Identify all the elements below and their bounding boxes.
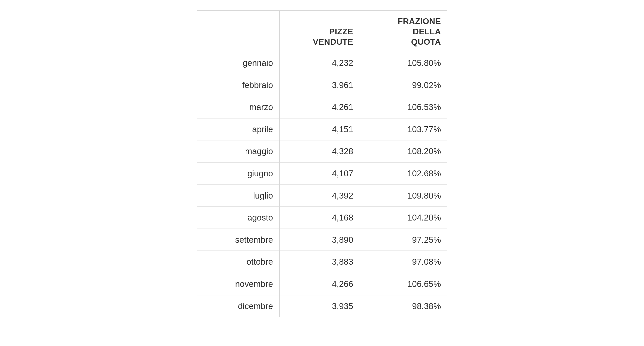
cell-fraction: 108.20% — [359, 140, 447, 162]
cell-month: gennaio — [197, 52, 279, 74]
cell-fraction: 103.77% — [359, 118, 447, 140]
cell-sold: 3,935 — [279, 295, 359, 317]
header-month — [197, 11, 279, 52]
cell-month: novembre — [197, 273, 279, 295]
table-row: novembre 4,266 106.65% — [197, 273, 447, 295]
data-table-container: PIZZE VENDUTE FRAZIONE DELLA QUOTA genna… — [197, 10, 447, 317]
cell-fraction: 106.65% — [359, 273, 447, 295]
table-row: luglio 4,392 109.80% — [197, 185, 447, 207]
cell-month: marzo — [197, 96, 279, 118]
header-sold-line1: PIZZE — [329, 27, 353, 36]
cell-sold: 4,328 — [279, 140, 359, 162]
cell-fraction: 104.20% — [359, 207, 447, 229]
cell-fraction: 105.80% — [359, 52, 447, 74]
cell-sold: 4,168 — [279, 207, 359, 229]
table-body: gennaio 4,232 105.80% febbraio 3,961 99.… — [197, 52, 447, 317]
cell-sold: 4,151 — [279, 118, 359, 140]
cell-month: dicembre — [197, 295, 279, 317]
cell-fraction: 97.08% — [359, 251, 447, 273]
pizze-table: PIZZE VENDUTE FRAZIONE DELLA QUOTA genna… — [197, 10, 447, 317]
cell-month: settembre — [197, 229, 279, 251]
cell-fraction: 102.68% — [359, 162, 447, 185]
cell-month: febbraio — [197, 74, 279, 96]
cell-sold: 3,883 — [279, 251, 359, 273]
cell-fraction: 99.02% — [359, 74, 447, 96]
cell-month: maggio — [197, 140, 279, 162]
cell-month: aprile — [197, 118, 279, 140]
cell-month: giugno — [197, 162, 279, 185]
cell-fraction: 97.25% — [359, 229, 447, 251]
table-row: maggio 4,328 108.20% — [197, 140, 447, 162]
table-row: gennaio 4,232 105.80% — [197, 52, 447, 74]
cell-month: agosto — [197, 207, 279, 229]
cell-sold: 3,890 — [279, 229, 359, 251]
header-sold-line2: VENDUTE — [313, 37, 353, 46]
cell-sold: 4,232 — [279, 52, 359, 74]
table-row: agosto 4,168 104.20% — [197, 207, 447, 229]
header-fraction-line1: FRAZIONE — [398, 17, 441, 26]
table-row: aprile 4,151 103.77% — [197, 118, 447, 140]
header-fraction: FRAZIONE DELLA QUOTA — [359, 11, 447, 52]
cell-fraction: 109.80% — [359, 185, 447, 207]
cell-sold: 4,107 — [279, 162, 359, 185]
table-header-row: PIZZE VENDUTE FRAZIONE DELLA QUOTA — [197, 11, 447, 52]
cell-sold: 3,961 — [279, 74, 359, 96]
table-row: febbraio 3,961 99.02% — [197, 74, 447, 96]
cell-fraction: 106.53% — [359, 96, 447, 118]
table-row: ottobre 3,883 97.08% — [197, 251, 447, 273]
table-row: marzo 4,261 106.53% — [197, 96, 447, 118]
header-sold: PIZZE VENDUTE — [279, 11, 359, 52]
header-fraction-line2: DELLA — [413, 27, 441, 36]
table-row: settembre 3,890 97.25% — [197, 229, 447, 251]
cell-month: ottobre — [197, 251, 279, 273]
cell-sold: 4,261 — [279, 96, 359, 118]
cell-sold: 4,266 — [279, 273, 359, 295]
cell-month: luglio — [197, 185, 279, 207]
header-fraction-line3: QUOTA — [411, 37, 441, 46]
table-row: giugno 4,107 102.68% — [197, 162, 447, 185]
cell-fraction: 98.38% — [359, 295, 447, 317]
table-row: dicembre 3,935 98.38% — [197, 295, 447, 317]
cell-sold: 4,392 — [279, 185, 359, 207]
